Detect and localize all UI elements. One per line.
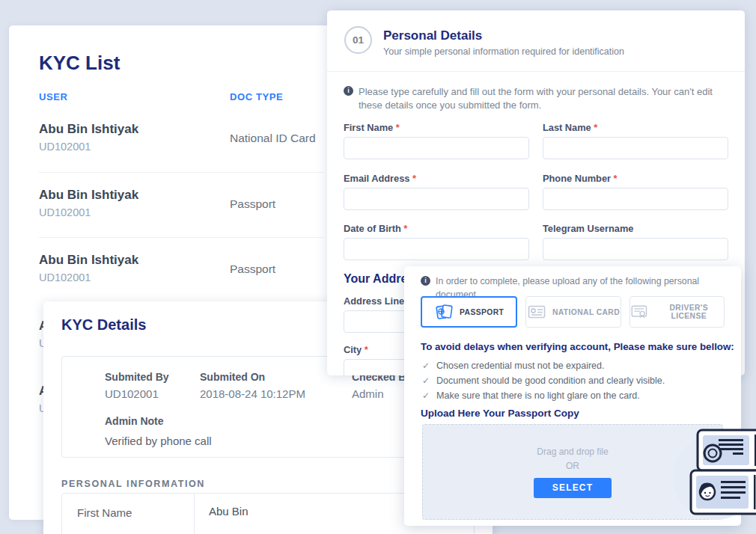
header-divider — [327, 71, 745, 72]
row-divider — [39, 172, 323, 173]
info-icon: i — [344, 86, 353, 96]
column-header-user: USER — [39, 91, 68, 102]
kyc-details-title: KYC Details — [61, 316, 146, 334]
doc-type-value: Passport — [230, 197, 275, 211]
column-header-doc-type: DOC TYPE — [230, 91, 283, 102]
drivers-license-option-button[interactable]: DRIVER'S LICENSE — [630, 296, 725, 328]
id-cards-illustration — [668, 425, 756, 534]
kyc-app-screen: KYC List USER DOC TYPE Abu Bin Ishtiyak … — [0, 0, 756, 534]
submitted-by-value: UD102001 — [105, 387, 159, 400]
table-row[interactable]: Abu Bin Ishtiyak UD102001 Passport — [39, 188, 323, 231]
checklist-item: ✓ Chosen credential must not be expaired… — [422, 360, 605, 372]
info-icon: i — [421, 276, 430, 286]
passport-icon — [434, 303, 454, 321]
doc-option-label: NATIONAL CARD — [552, 308, 620, 316]
user-id: UD102001 — [39, 141, 91, 153]
dropzone-hint: Drag and drop file — [537, 446, 608, 457]
checklist-item: ✓ Document should be good condition and … — [422, 375, 665, 387]
personal-details-title: Personal Details — [383, 28, 482, 43]
step-number-badge: 01 — [344, 26, 372, 54]
last-name-field[interactable] — [543, 137, 728, 159]
user-id: UD102001 — [39, 206, 91, 218]
document-type-options: PASSPORT NATIONAL CARD — [421, 296, 725, 328]
user-name: Abu Bin Ishtiyak — [39, 253, 138, 268]
doc-type-value: National ID Card — [230, 132, 316, 145]
submitted-on-value: 2018-08-24 10:12PM — [200, 387, 305, 400]
date-of-birth-label: Date of Birth — [344, 223, 407, 234]
form-note: i Please type carefully and fill out the… — [344, 85, 733, 111]
telegram-username-field[interactable] — [543, 238, 728, 260]
national-card-icon — [527, 303, 546, 321]
admin-note-label: Admin Note — [105, 415, 164, 427]
dropzone-or: OR — [566, 461, 579, 471]
table-column-divider — [194, 494, 195, 534]
doc-type-value: Passport — [230, 263, 275, 276]
email-label: Email Address — [344, 173, 416, 184]
personal-information-heading: PERSONAL INFORMATION — [61, 479, 205, 489]
user-id: UD102001 — [39, 271, 91, 283]
check-icon: ✓ — [422, 360, 430, 372]
select-file-button[interactable]: SELECT — [534, 478, 612, 498]
form-note-text: Please type carefully and fill out the f… — [359, 85, 733, 111]
user-name: Abu Bin Ishtiyak — [39, 122, 138, 137]
table-row[interactable]: Abu Bin Ishtiyak UD102001 Passport — [39, 253, 323, 296]
submitted-on-label: Submited On — [200, 371, 265, 383]
email-field[interactable] — [344, 188, 529, 210]
phone-field[interactable] — [543, 188, 728, 210]
first-name-label: First Name — [344, 122, 400, 133]
doc-option-label: DRIVER'S LICENSE — [653, 304, 724, 320]
info-row-label: First Name — [77, 506, 132, 519]
city-label: City — [344, 344, 368, 355]
submitted-by-label: Submited By — [105, 371, 169, 383]
personal-details-subtitle: Your simple personal information require… — [383, 46, 624, 57]
table-row[interactable]: Abu Bin Ishtiyak UD102001 National ID Ca… — [39, 122, 323, 165]
admin-note-value: Verified by phone call — [105, 435, 212, 447]
first-name-field[interactable] — [344, 137, 529, 159]
upload-copy-heading: Upload Here Your Passport Copy — [421, 408, 579, 419]
passport-option-button[interactable]: PASSPORT — [421, 296, 517, 328]
check-icon: ✓ — [422, 390, 430, 402]
last-name-label: Last Name — [543, 122, 597, 133]
drivers-license-icon — [630, 303, 648, 321]
date-of-birth-field[interactable] — [344, 238, 529, 260]
checked-by-value: Admin — [352, 387, 384, 400]
phone-label: Phone Number — [543, 173, 618, 184]
national-card-option-button[interactable]: NATIONAL CARD — [525, 296, 621, 328]
user-name: Abu Bin Ishtiyak — [39, 188, 138, 203]
info-row-value: Abu Bin — [209, 505, 249, 518]
telegram-username-label: Telegram Username — [543, 223, 633, 234]
verify-warning-title: To avoid delays when verifying account, … — [421, 341, 734, 352]
kyc-list-title: KYC List — [39, 52, 120, 75]
checklist-item: ✓ Make sure that there is no light glare… — [422, 390, 640, 402]
check-icon: ✓ — [422, 375, 430, 387]
doc-option-label: PASSPORT — [460, 308, 504, 316]
row-divider — [39, 237, 323, 238]
